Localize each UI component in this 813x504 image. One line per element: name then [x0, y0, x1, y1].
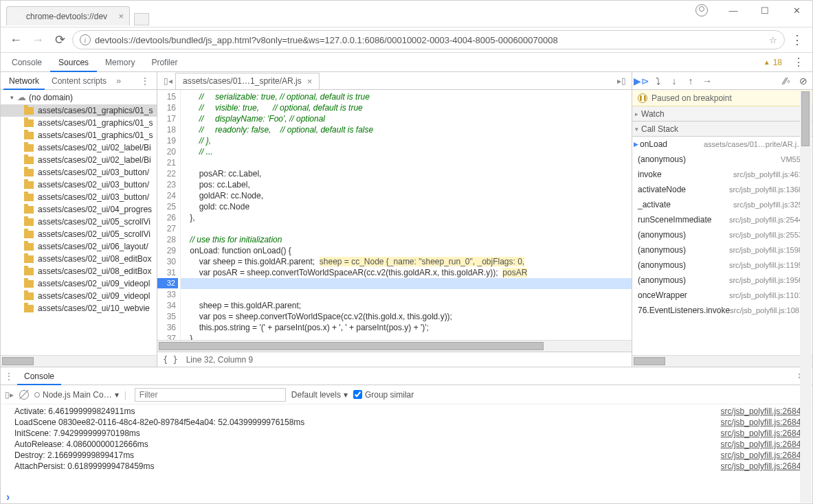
- file-tree-folder[interactable]: assets/cases/02_ui/05_scrollVi: [1, 228, 157, 240]
- panel-tab-profiler[interactable]: Profiler: [143, 53, 186, 72]
- navigator-hscrollbar[interactable]: [1, 355, 157, 367]
- file-tree-folder[interactable]: assets/cases/02_ui/02_label/Bi: [1, 141, 157, 154]
- pretty-print-icon[interactable]: { }: [163, 355, 178, 365]
- callstack-section[interactable]: Call Stack: [632, 122, 812, 137]
- step-button[interactable]: →: [700, 73, 715, 89]
- pause-on-exceptions-button[interactable]: ⊘: [796, 73, 811, 89]
- step-out-button[interactable]: ↑: [683, 73, 698, 89]
- page-vscrollbar[interactable]: [800, 91, 812, 503]
- console-source-link[interactable]: src/jsb_polyfill.js:26849: [721, 439, 805, 449]
- editor-hscrollbar[interactable]: [157, 340, 632, 352]
- tree-expand-icon[interactable]: ▾: [10, 94, 14, 101]
- file-tree-folder[interactable]: assets/cases/01_graphics/01_s: [1, 104, 157, 117]
- tab-close-icon[interactable]: ×: [118, 11, 124, 21]
- drawer-menu-icon[interactable]: ⋮: [5, 371, 13, 381]
- console-output[interactable]: Activate: 6.461999999824911mssrc/jsb_pol…: [1, 404, 812, 490]
- watch-section[interactable]: Watch: [632, 106, 812, 122]
- file-tree-domain[interactable]: ▾ ☁ (no domain): [1, 90, 157, 104]
- file-tree-folder[interactable]: assets/cases/01_graphics/01_s: [1, 129, 157, 141]
- step-into-button[interactable]: ↓: [667, 73, 682, 89]
- callstack-frame[interactable]: _activatesrc/jsb_polyfill.js:3258: [632, 197, 812, 212]
- reload-button[interactable]: ⟳: [50, 30, 69, 49]
- code-editor[interactable]: 15 16 17 18 19 20 21 22 23 24 25 26 27 2…: [157, 90, 632, 340]
- window-close[interactable]: ✕: [781, 1, 812, 20]
- toggle-console-sidebar-icon[interactable]: ▯▸: [5, 390, 14, 400]
- back-button[interactable]: ←: [6, 30, 25, 49]
- console-source-link[interactable]: src/jsb_polyfill.js:26849: [721, 406, 805, 416]
- log-level-selector[interactable]: Default levels▾: [291, 390, 348, 400]
- deactivate-breakpoints-button[interactable]: ⁄⁄◦: [779, 73, 794, 89]
- callstack-frame[interactable]: (anonymous)src/jsb_polyfill.js:11958: [632, 257, 812, 273]
- window-minimize[interactable]: —: [717, 1, 749, 20]
- toggle-debugger-icon[interactable]: ▸▯: [614, 76, 629, 86]
- file-tree-folder[interactable]: assets/cases/02_ui/03_button/: [1, 179, 157, 191]
- console-source-link[interactable]: src/jsb_polyfill.js:26849: [721, 428, 805, 438]
- step-over-button[interactable]: ⤵: [650, 73, 665, 89]
- file-tree-folder[interactable]: assets/cases/02_ui/05_scrollVi: [1, 216, 157, 228]
- group-similar-checkbox[interactable]: Group similar: [353, 390, 414, 400]
- callstack-frame[interactable]: onceWrappersrc/jsb_polyfill.js:11014: [632, 288, 812, 303]
- callstack-frame[interactable]: 76.EventListeners.invokesrc/jsb_polyfill…: [632, 303, 812, 318]
- new-tab-button[interactable]: [134, 13, 149, 25]
- editor-tab-close-icon[interactable]: ×: [307, 76, 313, 87]
- file-tree-folder[interactable]: assets/cases/02_ui/04_progres: [1, 203, 157, 216]
- panel-tab-sources[interactable]: Sources: [50, 53, 97, 72]
- callstack-frame[interactable]: (anonymous)src/jsb_polyfill.js:15981: [632, 242, 812, 257]
- line-gutter[interactable]: 15 16 17 18 19 20 21 22 23 24 25 26 27 2…: [157, 90, 181, 340]
- resume-button[interactable]: ▶⊳: [634, 73, 649, 89]
- warnings-badge[interactable]: 18: [764, 58, 788, 67]
- console-source-link[interactable]: src/jsb_polyfill.js:26849: [721, 417, 805, 427]
- callstack-frame[interactable]: runSceneImmediatesrc/jsb_polyfill.js:254…: [632, 212, 812, 227]
- console-message[interactable]: Activate: 6.461999999824911mssrc/jsb_pol…: [1, 406, 812, 417]
- file-tree-folder[interactable]: assets/cases/02_ui/06_layout/: [1, 240, 157, 253]
- file-tree-folder[interactable]: assets/cases/02_ui/09_videopl: [1, 277, 157, 290]
- window-maximize[interactable]: ☐: [749, 1, 781, 20]
- panel-tab-console[interactable]: Console: [3, 53, 50, 72]
- navigator-tab-content-scripts[interactable]: Content scripts: [46, 72, 112, 90]
- address-bar[interactable]: i devtools://devtools/bundled/js_app.htm…: [72, 30, 785, 49]
- toggle-navigator-icon[interactable]: ▯◂: [160, 76, 175, 86]
- navigator-tab-network[interactable]: Network: [3, 72, 45, 90]
- console-source-link[interactable]: src/jsb_polyfill.js:26849: [721, 450, 805, 460]
- callstack-frame[interactable]: (anonymous)src/jsb_polyfill.js:19568: [632, 273, 812, 288]
- file-tree-folder[interactable]: assets/cases/02_ui/08_editBox: [1, 265, 157, 277]
- bookmark-star-icon[interactable]: ☆: [769, 35, 777, 45]
- site-info-icon[interactable]: i: [80, 34, 91, 45]
- file-tree-folder[interactable]: assets/cases/02_ui/03_button/: [1, 191, 157, 203]
- callstack-frame[interactable]: activateNodesrc/jsb_polyfill.js:13682: [632, 182, 812, 197]
- browser-tab[interactable]: chrome-devtools://dev ×: [6, 6, 130, 25]
- file-tree-folder[interactable]: assets/cases/02_ui/10_webvie: [1, 302, 157, 314]
- callstack-frame[interactable]: (anonymous)src/jsb_polyfill.js:25536: [632, 227, 812, 242]
- console-prompt[interactable]: ›: [1, 490, 812, 504]
- console-message[interactable]: Destroy: 2.166999999899417mssrc/jsb_poly…: [1, 450, 812, 461]
- console-message[interactable]: InitScene: 7.942999999970198mssrc/jsb_po…: [1, 428, 812, 439]
- callstack-frame[interactable]: (anonymous)VM55:3: [632, 152, 812, 167]
- file-tree-folder[interactable]: assets/cases/02_ui/08_editBox: [1, 253, 157, 265]
- browser-menu-button[interactable]: ⋮: [788, 30, 807, 49]
- file-tree-folder[interactable]: assets/cases/02_ui/09_videopl: [1, 290, 157, 302]
- console-message[interactable]: AttachPersist: 0.618999999478459mssrc/js…: [1, 461, 812, 472]
- navigator-more-button[interactable]: ⋮: [140, 76, 154, 87]
- console-message[interactable]: AutoRelease: 4.08600000012666mssrc/jsb_p…: [1, 439, 812, 450]
- file-tree[interactable]: ▾ ☁ (no domain) assets/cases/01_graphics…: [1, 90, 157, 355]
- console-source-link[interactable]: src/jsb_polyfill.js:26849: [721, 461, 805, 471]
- editor-tab[interactable]: assets/cases/01…1_sprite/AR.js ×: [175, 73, 320, 89]
- console-message[interactable]: LoadScene 0830ee82-0116-48c4-82e0-89784f…: [1, 417, 812, 428]
- file-tree-folder[interactable]: assets/cases/01_graphics/01_s: [1, 117, 157, 129]
- console-text: AutoRelease: 4.08600000012666ms: [14, 439, 148, 449]
- panel-tab-memory[interactable]: Memory: [97, 53, 143, 72]
- devtools-menu-button[interactable]: ⋮: [788, 56, 810, 69]
- callstack-frame[interactable]: invokesrc/jsb_polyfill.js:4610: [632, 167, 812, 182]
- file-tree-folder[interactable]: assets/cases/02_ui/03_button/: [1, 166, 157, 179]
- callstack-frame[interactable]: onLoadassets/cases/01…prite/AR.js:32: [632, 137, 812, 152]
- clear-console-icon[interactable]: [19, 390, 29, 400]
- debugger-hscrollbar[interactable]: [632, 355, 812, 367]
- file-tree-folder[interactable]: assets/cases/02_ui/02_label/Bi: [1, 154, 157, 166]
- execution-context-selector[interactable]: Node.js Main Co… ▾ |: [34, 390, 129, 400]
- drawer-tab-console[interactable]: Console: [17, 367, 61, 385]
- code-content[interactable]: // serializable: true, // optional, defa…: [181, 90, 632, 340]
- user-icon[interactable]: [686, 1, 717, 20]
- breakpoint-badge[interactable]: 32: [157, 278, 178, 288]
- console-filter-input[interactable]: [135, 388, 286, 402]
- navigator-tabs-overflow-icon[interactable]: »: [113, 76, 124, 86]
